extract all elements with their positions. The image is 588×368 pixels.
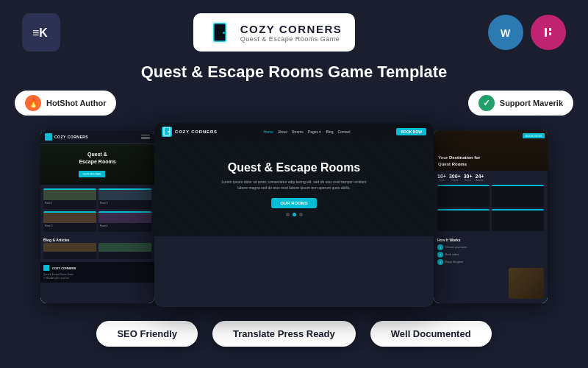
desk-nav-links: Home About Rooms Pages ▾ Blog Contact [264, 130, 351, 134]
right-hero-badge: BOOK NOW [523, 133, 545, 138]
desk-hero-title: Quest & Escape Rooms [228, 161, 361, 174]
right-hero: BOOK NOW Your Destination forQuest Rooms [434, 130, 548, 171]
author-badges-row: 🔥 HotShot Author ✓ Support Maverik [0, 91, 588, 116]
hotshot-icon: 🔥 [25, 95, 41, 111]
stat-2: 300+ Clients [449, 174, 461, 182]
right-card-4 [492, 209, 544, 231]
right-card-3 [437, 209, 490, 231]
right-how-title: How It Works [437, 238, 544, 242]
brand-name: COZY CORNERS [240, 23, 343, 35]
stat-3: 30+ Rooms [464, 174, 473, 182]
svg-rect-9 [549, 28, 551, 31]
preview-section: COZY CORNERS Quest &Escape Rooms OUR ROO… [0, 123, 588, 311]
svg-rect-10 [549, 32, 551, 35]
right-cards [434, 185, 548, 235]
right-preview: BOOK NOW Your Destination forQuest Rooms… [434, 130, 548, 303]
desk-hero: Quest & Escape Rooms Lorem ipsum dolor s… [154, 141, 434, 236]
stat-1: 10+ Years [437, 174, 446, 182]
support-label: Support Maverik [500, 99, 563, 107]
desk-nav-left: COZY CORNERS [162, 127, 218, 137]
right-step-2: 2 Book online [437, 252, 544, 258]
desk-logo-box [162, 127, 172, 137]
nav-link-contact[interactable]: Contact [337, 130, 350, 134]
svg-rect-8 [545, 28, 547, 37]
right-photo [509, 268, 544, 299]
nav-link-pages[interactable]: Pages ▾ [308, 130, 322, 134]
translate-press-badge: Translate Press Ready [212, 321, 356, 347]
center-logo-text: COZY CORNERS Quest & Escape Rooms Game [240, 23, 343, 43]
svg-rect-12 [168, 131, 169, 132]
door-icon [207, 19, 233, 46]
svg-text:W: W [501, 27, 511, 39]
right-hero-text: Your Destination forQuest Rooms [438, 155, 480, 167]
right-card-2 [492, 185, 544, 207]
mob-nav: COZY CORNERS [40, 130, 154, 144]
nav-link-rooms[interactable]: Rooms [292, 130, 304, 134]
right-step-1: 1 Choose your room [437, 244, 544, 250]
mob-blog-cards [40, 243, 154, 259]
seo-friendly-badge: SEO Friendly [96, 321, 198, 347]
stat-4: 24+ Awards [476, 174, 484, 182]
desktop-preview: COZY CORNERS Home About Rooms Pages ▾ Bl… [154, 123, 434, 307]
well-documented-badge: Well Documented [370, 321, 492, 347]
desk-nav-brand: COZY CORNERS [175, 130, 218, 134]
right-steps: 1 Choose your room 2 Book online 3 Enjoy… [437, 244, 544, 265]
desk-nav: COZY CORNERS Home About Rooms Pages ▾ Bl… [154, 123, 434, 141]
mob-logo: COZY CORNERS [45, 133, 88, 141]
support-maverik-badge: ✓ Support Maverik [468, 91, 573, 116]
mob-footer: COZY CORNERS Quest & Escape Rooms Game© … [40, 262, 154, 283]
support-icon: ✓ [478, 95, 495, 111]
right-card-1 [437, 185, 490, 207]
feature-badges: SEO Friendly Translate Press Ready Well … [0, 311, 588, 347]
dot-1 [286, 213, 290, 216]
desk-hero-subtitle: Lorem ipsum dolor sit amet, consectetur … [220, 179, 368, 191]
mob-hero: Quest &Escape Rooms OUR ROOMS [40, 144, 154, 185]
svg-rect-4 [223, 32, 225, 34]
header: ≡K COZY CORNERS Quest & Escape Rooms Gam… [0, 0, 588, 59]
desk-book-btn[interactable]: BOOK NOW [396, 128, 426, 135]
svg-text:≡K: ≡K [32, 26, 48, 39]
mob-blog-title: Blog & Articles [40, 236, 154, 243]
right-stats: 10+ Years 300+ Clients 30+ Rooms 24+ Awa… [434, 171, 548, 185]
mobile-preview: COZY CORNERS Quest &Escape Rooms OUR ROO… [40, 130, 154, 303]
brand-tagline: Quest & Escape Rooms Game [240, 35, 343, 43]
center-brand-logo: COZY CORNERS Quest & Escape Rooms Game [193, 13, 356, 52]
dot-3 [299, 213, 303, 216]
hotshot-label: HotShot Author [46, 99, 106, 107]
wordpress-icon: W [488, 15, 523, 50]
ek-logo-badge: ≡K [22, 13, 60, 52]
mob-cards: Room 1 Room 2 Room 3 Room 4 [40, 185, 154, 236]
platform-logos: W [488, 15, 566, 50]
hotshot-author-badge: 🔥 HotShot Author [15, 91, 116, 116]
desk-carousel-dots [286, 208, 303, 216]
right-how-it-works: How It Works 1 Choose your room 2 Book o… [434, 235, 548, 266]
page-title: Quest & Escape Rooms Game Template [0, 63, 588, 82]
desk-hero-btn[interactable]: OUR ROOMS [271, 198, 317, 208]
right-step-3: 3 Enjoy the game [437, 259, 544, 265]
nav-link-blog[interactable]: Blog [326, 130, 333, 134]
nav-link-about[interactable]: About [278, 130, 287, 134]
elementor-icon [531, 15, 566, 50]
svg-point-7 [539, 23, 558, 42]
nav-link-home[interactable]: Home [264, 130, 273, 134]
dot-2 [293, 213, 296, 216]
